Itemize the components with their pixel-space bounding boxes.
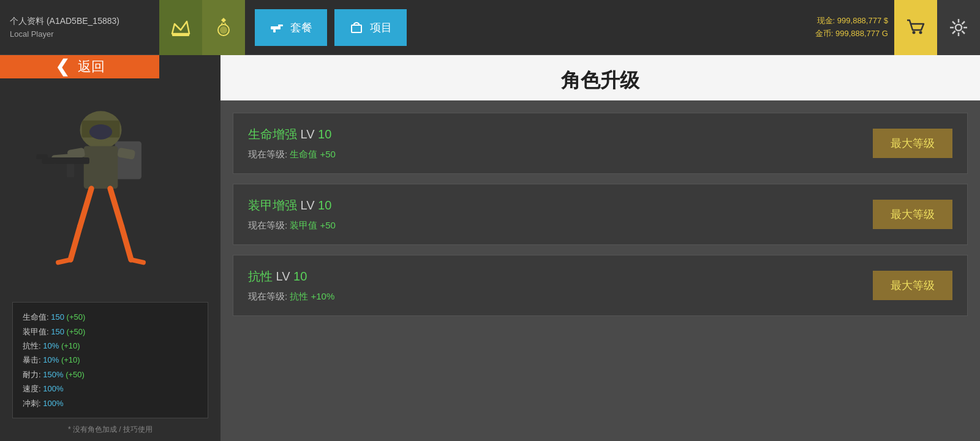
upgrade-current-label-2: 现在等级: (248, 291, 287, 301)
armor-value: 150 (51, 327, 64, 336)
upgrade-list: 生命增强 LV 10 现在等级: 生命值 +50 最大等级 装甲增强 L (221, 100, 980, 441)
svg-point-25 (89, 124, 112, 140)
gold-label: 金币: (815, 29, 834, 38)
crit-value: 10% (43, 355, 59, 364)
packages-tab[interactable]: 套餐 (255, 9, 327, 46)
max-level-btn-1[interactable]: 最大等级 (873, 200, 952, 229)
upgrade-current-label-0: 现在等级: (248, 149, 287, 159)
endure-label: 耐力: (23, 370, 41, 379)
svg-point-3 (220, 26, 227, 34)
upgrade-lv-label-2: LV (276, 270, 290, 283)
stat-speed: 速度: 100% (23, 382, 198, 396)
svg-line-33 (80, 189, 92, 227)
upgrade-lv-value-0: 10 (318, 127, 331, 141)
sprint-label: 冲刺: (23, 399, 41, 408)
svg-rect-7 (271, 26, 281, 29)
upgrade-current-desc-1: 装甲值 +50 (290, 220, 336, 230)
page-title: 角色升级 (221, 55, 980, 100)
svg-rect-1 (172, 34, 189, 36)
profile-local: Local Player (10, 29, 149, 39)
character-figure (6, 85, 214, 302)
stat-endure: 耐力: 150% (+50) (23, 368, 198, 382)
left-panel: ❮ 返回 (0, 55, 221, 441)
stat-crit: 暴击: 10% (+10) (23, 353, 198, 367)
nav-medal-button[interactable] (202, 0, 245, 55)
upgrade-name-2: 抗性 (248, 270, 273, 283)
upgrade-lv-label-0: LV (301, 127, 315, 141)
svg-rect-8 (278, 24, 283, 26)
upgrade-info-0: 生命增强 LV 10 现在等级: 生命值 +50 (248, 126, 336, 160)
resist-bonus: (+10) (61, 341, 80, 350)
svg-line-20 (962, 21, 965, 24)
upgrade-info-2: 抗性 LV 10 现在等级: 抗性 +10% (248, 268, 334, 303)
items-icon (349, 20, 364, 35)
crit-label: 暴击: (23, 355, 41, 364)
cash-value: 999,888,777 $ (837, 16, 888, 25)
upgrade-title-0: 生命增强 LV 10 (248, 126, 336, 143)
right-panel: 角色升级 生命增强 LV 10 现在等级: 生命值 +50 最大等级 (221, 55, 980, 441)
medal-icon (214, 18, 233, 37)
back-label: 返回 (78, 58, 105, 76)
upgrade-title-1: 装甲增强 LV 10 (248, 197, 336, 214)
sprint-value: 100% (43, 399, 63, 408)
settings-icon (948, 17, 970, 39)
svg-line-35 (70, 227, 80, 260)
hp-value: 150 (51, 312, 64, 322)
svg-line-37 (58, 260, 70, 263)
upgrade-name-1: 装甲增强 (248, 198, 297, 212)
svg-rect-10 (352, 25, 361, 32)
upgrade-current-0: 现在等级: 生命值 +50 (248, 149, 336, 160)
hp-bonus: (+50) (67, 312, 86, 322)
crit-bonus: (+10) (61, 355, 80, 364)
svg-marker-4 (221, 18, 226, 23)
speed-value: 100% (43, 384, 63, 393)
items-tab[interactable]: 项目 (334, 9, 407, 46)
upgrade-current-label-1: 现在等级: (248, 220, 287, 230)
upgrade-name-0: 生命增强 (248, 127, 297, 141)
max-level-btn-2[interactable]: 最大等级 (873, 271, 952, 300)
svg-line-38 (131, 260, 143, 263)
gun-icon (270, 20, 284, 35)
back-arrow-icon: ❮ (55, 56, 69, 77)
stat-armor: 装甲值: 150 (+50) (23, 325, 198, 339)
cart-icon (905, 17, 927, 39)
nav-crown-button[interactable] (159, 0, 202, 55)
upgrade-current-2: 现在等级: 抗性 +10% (248, 291, 334, 303)
character-area: 生命值: 150 (+50) 装甲值: 150 (+50) 抗性: 10% (+… (0, 78, 221, 441)
max-level-btn-0[interactable]: 最大等级 (873, 129, 952, 158)
upgrade-info-1: 装甲增强 LV 10 现在等级: 装甲值 +50 (248, 197, 336, 232)
endure-value: 150% (43, 370, 63, 379)
upgrade-card-2: 抗性 LV 10 现在等级: 抗性 +10% 最大等级 (233, 255, 968, 316)
svg-line-34 (110, 189, 122, 227)
stats-box: 生命值: 150 (+50) 装甲值: 150 (+50) 抗性: 10% (+… (12, 302, 208, 418)
upgrade-lv-value-2: 10 (293, 270, 307, 283)
settings-button[interactable] (937, 0, 980, 55)
header-right: 现金: 999,888,777 $ 金币: 999,888,777 G (815, 0, 980, 55)
resist-label: 抗性: (23, 341, 41, 350)
main-content: ❮ 返回 (0, 55, 980, 441)
svg-rect-31 (36, 154, 48, 159)
svg-rect-9 (273, 29, 276, 32)
svg-rect-32 (67, 164, 74, 178)
stat-hp: 生命值: 150 (+50) (23, 310, 198, 324)
upgrade-lv-label-1: LV (301, 198, 315, 212)
back-button[interactable]: ❮ 返回 (0, 55, 159, 78)
upgrade-current-desc-2: 抗性 +10% (290, 291, 334, 301)
svg-rect-30 (42, 157, 89, 164)
resist-value: 10% (43, 341, 59, 350)
armor-bonus: (+50) (67, 327, 86, 336)
upgrade-lv-value-1: 10 (318, 198, 331, 212)
profile-section: 个人资料 (A1AD5BE_15883) Local Player (0, 10, 159, 45)
hp-label: 生命值: (23, 312, 49, 322)
stat-sprint: 冲刺: 100% (23, 396, 198, 410)
svg-rect-26 (84, 146, 118, 189)
currency-cash: 现金: 999,888,777 $ (815, 15, 888, 26)
nav-icons (159, 0, 245, 55)
svg-line-21 (952, 31, 956, 34)
svg-line-18 (952, 21, 956, 24)
upgrade-card-1: 装甲增强 LV 10 现在等级: 装甲值 +50 最大等级 (233, 184, 968, 245)
armor-label: 装甲值: (23, 327, 49, 336)
endure-bonus: (+50) (66, 370, 85, 379)
cart-button[interactable] (894, 0, 937, 55)
profile-name: 个人资料 (A1AD5BE_15883) (10, 16, 149, 27)
